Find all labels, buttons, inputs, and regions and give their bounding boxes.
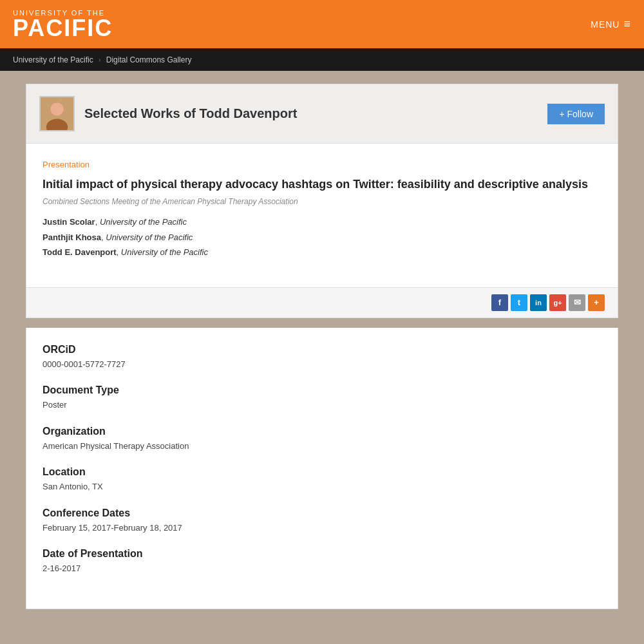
nav-bar: University of the Pacific › Digital Comm… (0, 48, 644, 71)
meta-org: Organization American Physical Therapy A… (43, 426, 601, 453)
menu-label: MENU (591, 19, 620, 30)
share-googleplus-button[interactable]: g+ (549, 294, 566, 311)
article-section: Presentation Initial impact of physical … (26, 144, 618, 288)
article-type: Presentation (43, 160, 601, 169)
meta-label-doctype: Document Type (43, 384, 601, 396)
nav-separator: › (99, 55, 101, 64)
share-facebook-button[interactable]: f (491, 294, 508, 311)
meta-conf-dates: Conference Dates February 15, 2017-Febru… (43, 507, 601, 535)
meta-label-location: Location (43, 466, 601, 478)
metadata-section: ORCiD 0000-0001-5772-7727 Document Type … (26, 328, 618, 609)
menu-button[interactable]: MENU ≡ (591, 17, 631, 31)
meta-value-location: San Antonio, TX (43, 480, 601, 493)
share-bar: f t in g+ ✉ + (26, 288, 618, 318)
author-affil-3: University of the Pacific (121, 247, 208, 257)
avatar (39, 96, 75, 131)
article-title: Initial impact of physical therapy advoc… (43, 177, 601, 192)
meta-pres-date: Date of Presentation 2-16-2017 (43, 548, 601, 575)
main-content: Selected Works of Todd Davenport + Follo… (19, 84, 625, 609)
meta-label-org: Organization (43, 426, 601, 437)
share-twitter-button[interactable]: t (511, 294, 527, 311)
meta-value-conf-dates: February 15, 2017-February 18, 2017 (43, 522, 601, 535)
logo: UNIVERSITY OF THE PACIFIC (13, 9, 113, 40)
top-header: UNIVERSITY OF THE PACIFIC MENU ≡ (0, 0, 644, 48)
meta-value-orcid: 0000-0001-5772-7727 (43, 358, 601, 371)
profile-section: Selected Works of Todd Davenport + Follo… (26, 84, 618, 144)
meta-label-orcid: ORCiD (43, 344, 601, 355)
author-line-3: Todd E. Davenport, University of the Pac… (43, 246, 601, 259)
author-line-2: Panthjit Khosa, University of the Pacifi… (43, 231, 601, 244)
meta-orcid: ORCiD 0000-0001-5772-7727 (43, 344, 601, 371)
nav-link-gallery[interactable]: Digital Commons Gallery (106, 55, 192, 64)
nav-link-university[interactable]: University of the Pacific (13, 55, 93, 64)
profile-title: Selected Works of Todd Davenport (84, 106, 538, 121)
follow-button[interactable]: + Follow (547, 104, 605, 124)
menu-icon: ≡ (623, 17, 631, 31)
author-name-3: Todd E. Davenport (43, 247, 117, 257)
share-more-button[interactable]: + (588, 294, 605, 311)
article-source: Combined Sections Meeting of the America… (43, 197, 601, 206)
meta-value-doctype: Poster (43, 399, 601, 412)
authors-list: Justin Scolar, University of the Pacific… (43, 216, 601, 259)
share-email-button[interactable]: ✉ (569, 294, 585, 311)
author-name-1: Justin Scolar (43, 217, 95, 227)
author-affil-1: University of the Pacific (100, 217, 187, 227)
meta-location: Location San Antonio, TX (43, 466, 601, 493)
author-affil-2: University of the Pacific (106, 232, 193, 242)
author-name-2: Panthjit Khosa (43, 232, 101, 242)
meta-label-pres-date: Date of Presentation (43, 548, 601, 560)
author-line-1: Justin Scolar, University of the Pacific (43, 216, 601, 229)
meta-value-org: American Physical Therapy Association (43, 440, 601, 453)
svg-point-3 (50, 102, 63, 115)
meta-value-pres-date: 2-16-2017 (43, 562, 601, 575)
meta-doctype: Document Type Poster (43, 384, 601, 412)
meta-label-conf-dates: Conference Dates (43, 507, 601, 519)
logo-bottom-text: PACIFIC (13, 17, 113, 40)
share-linkedin-button[interactable]: in (530, 294, 547, 311)
